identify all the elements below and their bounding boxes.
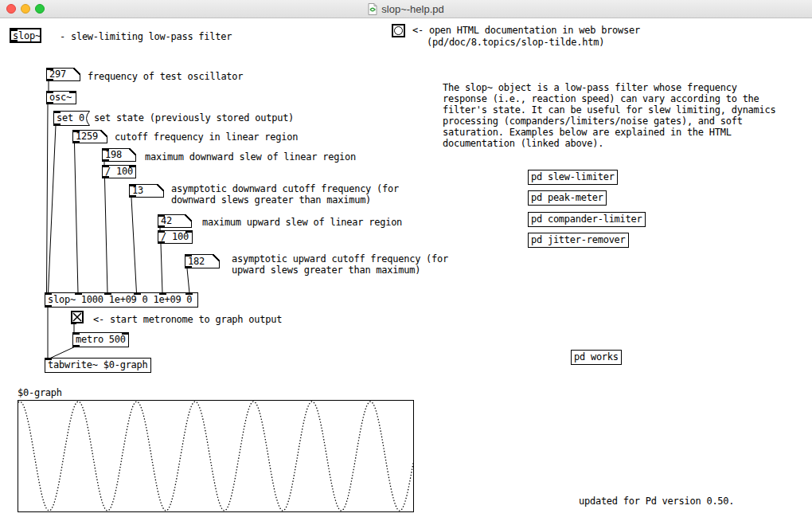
subpatch-label: pd compander-limiter: [531, 214, 642, 225]
bang-circle-icon: [394, 26, 403, 35]
divide-label: / 100: [105, 166, 133, 177]
slop-object-label: slop~: [13, 30, 41, 41]
titlebar: slop~-help.pd: [0, 0, 812, 18]
slop-filter-object: slop~ 1000 1e+09 0 1e+09 0: [45, 292, 198, 308]
inlet-stub: [75, 292, 82, 295]
inlet-stub: [129, 165, 136, 167]
divide-object-1: / 100: [102, 165, 136, 178]
doc-link-line1: <- open HTML documentation in web browse…: [412, 25, 640, 36]
tabwrite-label: tabwrite~ $0-graph: [48, 359, 148, 370]
comment-set-state: set state (previously stored output): [94, 112, 294, 123]
comment-toggle: <- start metronome to graph output: [93, 314, 282, 325]
outlet-stub: [72, 141, 80, 143]
up-cutoff-value: 182: [188, 256, 205, 267]
open-docs-bang[interactable]: [392, 24, 405, 37]
number-box-down-slew[interactable]: 198: [102, 148, 136, 162]
window-title-area: slop~-help.pd: [0, 0, 812, 18]
down-slew-value: 198: [105, 149, 122, 160]
number-box-up-cutoff[interactable]: 182: [185, 254, 220, 268]
comment-down-slew: maximum downward slew of linear region: [145, 151, 356, 163]
osc-label: osc~: [49, 92, 72, 103]
outlet-stub: [102, 159, 109, 162]
comment-up-cutoff: asymptotic upward cutoff frequency (for …: [232, 253, 448, 276]
outlet-stub: [158, 225, 165, 228]
number-box-cutoff[interactable]: 1259: [72, 130, 107, 143]
description-paragraph: The slop~ object is a low-pass filter wh…: [443, 82, 775, 149]
doc-link-line2: (pd/doc/8.topics/slop-tilde.htm): [427, 37, 604, 48]
number-box-frequency[interactable]: 297: [46, 68, 80, 81]
slop-object-box: slop~: [10, 28, 41, 43]
footer-version-note: updated for Pd version 0.50.: [579, 496, 734, 507]
subpatch-compander-limiter[interactable]: pd compander-limiter: [528, 212, 646, 227]
metro-object: metro 500: [72, 332, 129, 347]
comment-up-slew: maximum upward slew of linear region: [202, 217, 402, 228]
down-cutoff-value: 13: [132, 185, 143, 196]
outlet-stub: [71, 322, 76, 324]
inlet-stub: [185, 230, 193, 233]
divide-label: / 100: [161, 231, 189, 242]
metronome-toggle[interactable]: [71, 311, 84, 323]
outlet-stub: [129, 195, 136, 198]
pd-file-icon: [368, 3, 377, 15]
divide-object-2: / 100: [158, 230, 193, 244]
subpatch-label: pd jitter-remover: [531, 234, 626, 245]
outlet-stub: [185, 266, 192, 268]
inlet-stub: [159, 292, 166, 295]
comment-down-cutoff: asymptotic downward cutoff frequency (fo…: [171, 183, 399, 206]
subpatch-label: pd works: [574, 351, 619, 362]
outlet-stub: [46, 79, 53, 81]
inlet-stub: [122, 332, 129, 335]
subpatch-slew-limiter[interactable]: pd slew-limiter: [528, 170, 618, 185]
graph-label: $0-graph: [18, 387, 62, 398]
metro-label: metro 500: [76, 334, 126, 345]
toggle-x-icon: [72, 312, 82, 322]
comment-cutoff: cutoff frequency in linear region: [115, 131, 298, 143]
inlet-stub: [185, 292, 193, 295]
window-title: slop~-help.pd: [381, 3, 443, 15]
inlet-stub: [69, 91, 76, 93]
subpatch-label: pd slew-limiter: [531, 171, 615, 182]
up-slew-value: 42: [161, 215, 172, 226]
header-description: - slew-limiting low-pass filter: [60, 31, 232, 42]
sine-waveform: [18, 402, 414, 511]
subpatch-label: pd peak-meter: [531, 192, 603, 203]
cutoff-value: 1259: [76, 131, 98, 142]
inlet-stub: [134, 292, 141, 295]
number-box-up-slew[interactable]: 42: [158, 214, 192, 228]
tabwrite-object: tabwrite~ $0-graph: [45, 358, 151, 373]
number-box-down-cutoff[interactable]: 13: [129, 184, 164, 198]
inlet-stub: [104, 292, 111, 295]
waveform-graph: [18, 401, 414, 512]
subpatch-works[interactable]: pd works: [571, 350, 622, 365]
frequency-value: 297: [49, 69, 66, 80]
comment-frequency: frequency of test oscillator: [88, 71, 243, 82]
subpatch-peak-meter[interactable]: pd peak-meter: [528, 190, 607, 206]
subpatch-jitter-remover[interactable]: pd jitter-remover: [528, 233, 629, 248]
osc-object: osc~: [46, 91, 76, 104]
set-message[interactable]: set 0: [57, 112, 84, 123]
slop-args-label: slop~ 1000 1e+09 0 1e+09 0: [48, 294, 192, 305]
